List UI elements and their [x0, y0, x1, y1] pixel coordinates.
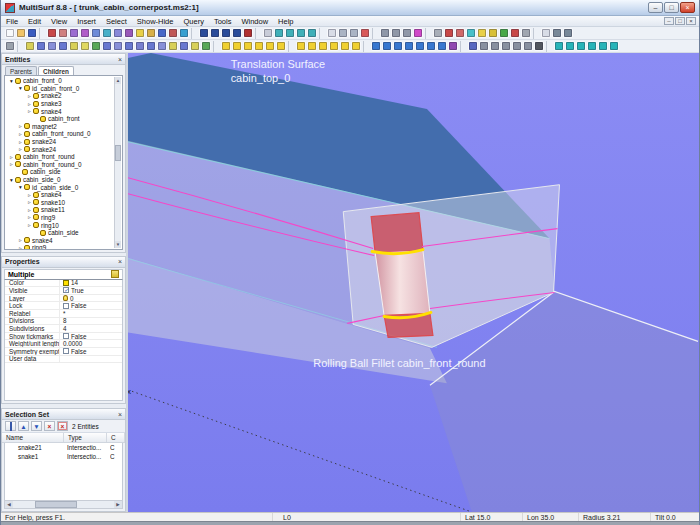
selection-row[interactable]: snake21 Intersectio... C: [5, 443, 122, 452]
entity-type-icon[interactable]: [156, 41, 167, 52]
visibility-bulb-icon[interactable]: [350, 41, 361, 52]
column-header-name[interactable]: Name: [2, 433, 64, 442]
property-control-icon[interactable]: [63, 303, 69, 309]
menu-file[interactable]: File: [1, 17, 23, 26]
fillet-cylinder[interactable]: [375, 251, 430, 316]
copy-image-icon[interactable]: [575, 41, 586, 52]
tree-expand-icon[interactable]: [26, 207, 33, 213]
property-control-icon[interactable]: [63, 295, 68, 301]
tree-expand-icon[interactable]: [8, 78, 15, 84]
tool-icon[interactable]: [134, 28, 145, 39]
column-header-color[interactable]: C: [107, 433, 125, 442]
tool-icon[interactable]: [145, 28, 156, 39]
property-control-icon[interactable]: [63, 280, 69, 286]
edit-properties-icon[interactable]: [111, 270, 119, 278]
tree-item[interactable]: snake3: [6, 100, 114, 108]
pane-icon[interactable]: [306, 28, 317, 39]
entity-type-icon[interactable]: [123, 41, 134, 52]
window-layout-icon[interactable]: [220, 28, 231, 39]
entity-type-icon[interactable]: [134, 41, 145, 52]
pane-icon[interactable]: [295, 28, 306, 39]
mdi-minimize-button[interactable]: –: [664, 17, 674, 25]
tree-expand-icon[interactable]: [8, 154, 15, 160]
visibility-bulb-icon[interactable]: [253, 41, 264, 52]
tree-expand-icon[interactable]: [26, 214, 33, 220]
tool-icon[interactable]: [68, 28, 79, 39]
view-orientation-icon[interactable]: [436, 41, 447, 52]
tree-expand-icon[interactable]: [8, 161, 15, 167]
copy-image-icon[interactable]: [597, 41, 608, 52]
visibility-bulb-icon[interactable]: [328, 41, 339, 52]
tab-children[interactable]: Children: [38, 66, 74, 75]
tree-expand-icon[interactable]: [26, 93, 33, 99]
visibility-bulb-icon[interactable]: [275, 41, 286, 52]
entity-type-icon[interactable]: [68, 41, 79, 52]
tree-item[interactable]: snake2: [6, 92, 114, 100]
entity-type-icon[interactable]: [145, 41, 156, 52]
tree-item[interactable]: snake4: [6, 191, 114, 199]
tree-expand-icon[interactable]: [17, 123, 24, 129]
tree-expand-icon[interactable]: [26, 108, 33, 114]
tree-expand-icon[interactable]: [17, 139, 24, 145]
entity-type-icon[interactable]: [24, 41, 35, 52]
tool-icon[interactable]: [123, 28, 134, 39]
menu-window[interactable]: Window: [236, 17, 273, 26]
tree-item[interactable]: id_cabin_side_0: [6, 183, 114, 191]
visibility-bulb-icon[interactable]: [306, 41, 317, 52]
view-orientation-icon[interactable]: [414, 41, 425, 52]
menu-query[interactable]: Query: [178, 17, 208, 26]
scroll-right-icon[interactable]: ▶: [114, 501, 122, 508]
move-down-icon[interactable]: ▼: [31, 421, 42, 431]
remove-from-set-icon[interactable]: ×: [44, 421, 55, 431]
tree-expand-icon[interactable]: [17, 237, 24, 243]
save-icon[interactable]: [26, 28, 37, 39]
tree-scrollbar[interactable]: ▲ ▼: [114, 77, 121, 248]
delete-icon[interactable]: [46, 28, 57, 39]
entity-type-icon[interactable]: [178, 41, 189, 52]
tree-item[interactable]: cabin_front: [6, 115, 114, 123]
tree-item[interactable]: cabin_side: [6, 229, 114, 237]
zoom-window-icon[interactable]: [500, 41, 511, 52]
tree-item[interactable]: cabin_front_round_0: [6, 161, 114, 169]
entity-type-icon[interactable]: [57, 41, 68, 52]
pane-icon[interactable]: [273, 28, 284, 39]
menu-edit[interactable]: Edit: [23, 17, 46, 26]
tab-parents[interactable]: Parents: [5, 66, 37, 75]
view-orientation-icon[interactable]: [403, 41, 414, 52]
view-orientation-icon[interactable]: [370, 41, 381, 52]
surface-entity-icon[interactable]: [487, 28, 498, 39]
entity-type-icon[interactable]: [167, 41, 178, 52]
menu-tools[interactable]: Tools: [209, 17, 237, 26]
pan-view-icon[interactable]: [533, 41, 544, 52]
snake-entity-icon[interactable]: [465, 28, 476, 39]
tool-icon[interactable]: [79, 28, 90, 39]
visibility-bulb-icon[interactable]: [220, 41, 231, 52]
scroll-down-icon[interactable]: ▼: [115, 241, 121, 248]
zoom-out-icon[interactable]: [489, 41, 500, 52]
pane-icon[interactable]: [284, 28, 295, 39]
zoom-in-icon[interactable]: [478, 41, 489, 52]
tree-expand-icon[interactable]: [26, 101, 33, 107]
selection-close-icon[interactable]: ×: [118, 411, 122, 418]
nudge-icon[interactable]: [379, 28, 390, 39]
view-orientation-icon[interactable]: [447, 41, 458, 52]
tool-icon[interactable]: [101, 28, 112, 39]
nudge-icon[interactable]: [401, 28, 412, 39]
clear-set-icon[interactable]: ×: [57, 421, 68, 431]
tree-item[interactable]: cabin_front_round: [6, 153, 114, 161]
tree-expand-icon[interactable]: [26, 199, 33, 205]
visibility-bulb-icon[interactable]: [264, 41, 275, 52]
new-file-icon[interactable]: [4, 28, 15, 39]
tree-item[interactable]: snake10: [6, 199, 114, 207]
menu-show-hide[interactable]: Show-Hide: [132, 17, 179, 26]
window-layout-icon[interactable]: [231, 28, 242, 39]
tree-item[interactable]: snake24: [6, 145, 114, 153]
entities-close-icon[interactable]: ×: [118, 56, 122, 63]
copy-image-icon[interactable]: [553, 41, 564, 52]
selection-hscrollbar[interactable]: ◀ ▶: [4, 500, 123, 509]
rotate-view-icon[interactable]: [522, 41, 533, 52]
grid-icon[interactable]: [432, 28, 443, 39]
columns-icon[interactable]: [5, 421, 16, 431]
surface-entity-icon[interactable]: [476, 28, 487, 39]
entity-type-icon[interactable]: [101, 41, 112, 52]
